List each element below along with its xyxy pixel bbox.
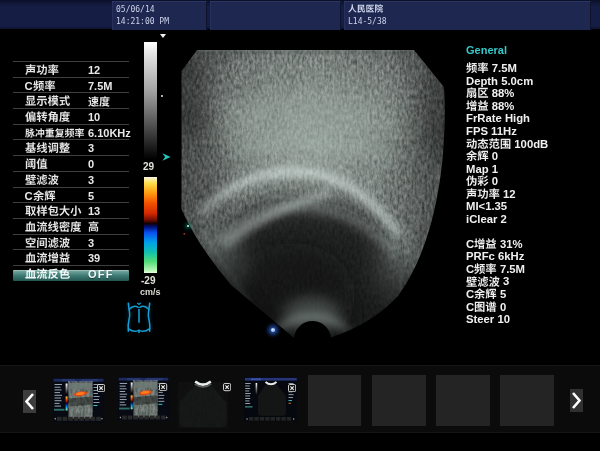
probe-model: L14-5/38	[348, 17, 387, 26]
info-row: 12	[466, 188, 516, 201]
info-row: 88%	[466, 100, 514, 113]
filmstrip-empty-slot	[436, 375, 490, 426]
hospital-name	[348, 4, 383, 14]
pointer-dot-core	[272, 329, 274, 331]
date-text: 05/06/14	[116, 5, 155, 14]
info-row: Depth 5.0cm	[466, 75, 533, 88]
parameter-value: 6.10KHz	[88, 125, 131, 141]
parameter-value: 10	[88, 109, 100, 125]
parameter-row[interactable]: OFF	[13, 265, 129, 281]
thumbnail-close-button[interactable]	[159, 377, 167, 385]
parameter-value: 3	[88, 140, 94, 156]
ultrasound-fan-region	[141, 38, 482, 392]
filmstrip-empty-slot	[372, 375, 426, 426]
patient-info-panel	[210, 1, 341, 30]
filmstrip-prev-button[interactable]	[23, 390, 36, 413]
info-row: 0	[466, 175, 498, 188]
info-row: Steer 10	[466, 313, 510, 326]
x-icon	[288, 384, 296, 392]
info-row: C 0	[466, 301, 506, 314]
chevron-left-icon	[25, 393, 34, 410]
parameter-label: C	[25, 188, 56, 204]
thumbnail-close-button[interactable]	[97, 378, 105, 386]
parameter-value: 3	[88, 235, 94, 251]
thumbnail-close-button[interactable]	[223, 378, 231, 386]
parameter-value: 39	[88, 250, 100, 266]
velocity-scale-max: 29	[143, 161, 154, 172]
parameter-value	[88, 93, 110, 109]
parameter-label	[25, 109, 70, 125]
tgc-speck	[184, 233, 186, 235]
parameter-value	[88, 219, 99, 235]
thumbnail-close-button[interactable]	[288, 378, 296, 386]
info-row: 7.5M	[466, 62, 517, 75]
parameter-label	[25, 219, 82, 235]
gray-bar-dot	[161, 95, 164, 98]
parameter-row[interactable]: 0	[13, 155, 129, 171]
grayscale-bar	[144, 42, 157, 159]
body-marker-icon[interactable]	[125, 301, 153, 335]
info-row: Map 1	[466, 163, 498, 176]
velocity-scale-min: -29	[141, 275, 155, 286]
parameter-label	[25, 125, 84, 141]
info-row: PRFc 6kHz	[466, 250, 524, 263]
time-text: 14:21:00 PM	[116, 17, 169, 26]
filmstrip-empty-slot	[308, 375, 362, 426]
datetime-panel: 05/06/14 14:21:00 PM	[112, 1, 207, 30]
parameter-label	[25, 156, 48, 172]
parameter-row[interactable]: 3	[13, 171, 129, 187]
parameter-value: 12	[88, 62, 100, 78]
parameter-value: 5	[88, 188, 94, 204]
parameter-label	[25, 172, 59, 188]
parameter-row[interactable]: 10	[13, 108, 129, 124]
parameter-value: 13	[88, 203, 100, 219]
parameter-row[interactable]: C5	[13, 187, 129, 203]
parameter-label	[25, 203, 82, 219]
parameter-label	[25, 250, 70, 266]
parameter-row[interactable]: C7.5M	[13, 77, 129, 93]
info-row: iClear 2	[466, 213, 507, 226]
info-row: 88%	[466, 87, 514, 100]
x-icon	[223, 383, 231, 391]
parameter-row[interactable]: 6.10KHz	[13, 124, 129, 140]
parameter-row[interactable]: 12	[13, 61, 129, 77]
parameter-label	[25, 62, 59, 78]
thumbnail-filmstrip	[0, 365, 600, 433]
color-doppler-bar	[144, 177, 157, 274]
preset-name: General	[466, 44, 507, 56]
info-row: C 31%	[466, 238, 523, 251]
filmstrip-next-button[interactable]	[570, 389, 583, 412]
gain-marker-icon	[162, 153, 171, 161]
info-row: 100dB	[466, 138, 548, 151]
parameter-row[interactable]: 3	[13, 139, 129, 155]
parameter-value: OFF	[88, 266, 114, 282]
info-row: FrRate High	[466, 112, 530, 125]
info-row: FPS 11Hz	[466, 125, 517, 138]
info-row: 3	[466, 275, 509, 288]
x-icon	[97, 384, 105, 392]
info-row: 0	[466, 150, 498, 163]
parameter-value: 3	[88, 172, 94, 188]
info-row: C 5	[466, 288, 506, 301]
focus-marker-icon	[160, 34, 166, 38]
parameter-label	[25, 140, 70, 156]
parameter-row[interactable]: 3	[13, 234, 129, 250]
parameter-row[interactable]: 13	[13, 202, 129, 218]
ultrasound-screen: 05/06/14 14:21:00 PM L14-5/38 12C7.5M106…	[0, 0, 600, 451]
parameter-row[interactable]	[13, 92, 129, 108]
x-icon	[159, 383, 167, 391]
parameter-row[interactable]	[13, 218, 129, 234]
filmstrip-empty-slot	[500, 375, 554, 426]
parameter-label: C	[25, 78, 56, 94]
hospital-panel: L14-5/38	[344, 1, 591, 30]
parameter-label	[25, 235, 70, 251]
parameter-label	[25, 93, 70, 109]
top-status-bar: 05/06/14 14:21:00 PM L14-5/38	[0, 0, 600, 31]
velocity-scale-unit: cm/s	[140, 287, 161, 297]
parameter-value: 0	[88, 156, 94, 172]
chevron-right-icon	[572, 392, 581, 409]
info-row: C 7.5M	[466, 263, 525, 276]
parameter-value: 7.5M	[88, 78, 112, 94]
info-row: MI<1.35	[466, 200, 507, 213]
parameter-row[interactable]: 39	[13, 249, 129, 265]
